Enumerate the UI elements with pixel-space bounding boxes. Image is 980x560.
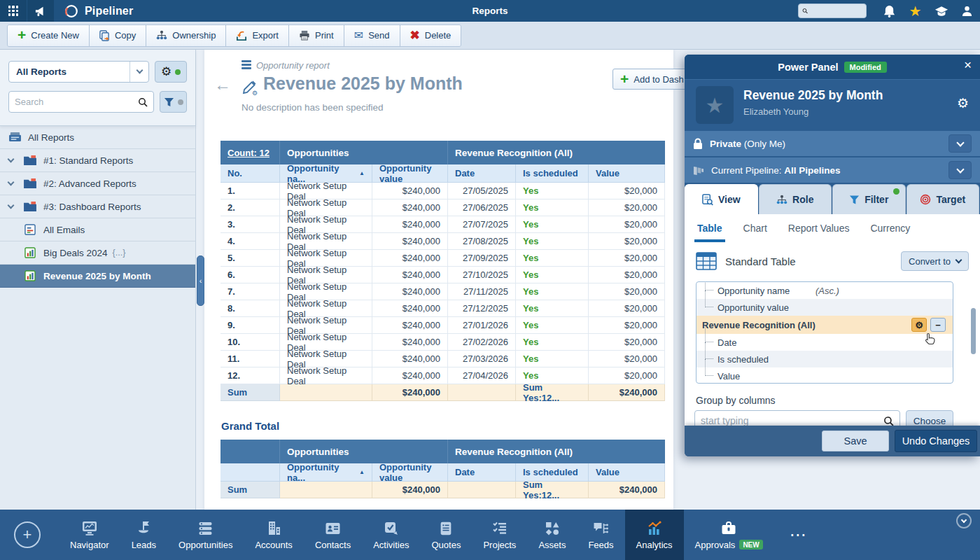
sidebar-item-standard-reports[interactable]: #1: Standard Reports <box>0 149 195 172</box>
count-link[interactable]: Count: 12 <box>227 148 270 158</box>
column-row-value[interactable]: Value <box>696 368 953 384</box>
pipeline-accordion[interactable]: Current Pipeline: All Pipelines <box>685 158 980 183</box>
column-remove-button[interactable]: − <box>930 318 946 332</box>
delete-label: Delete <box>425 30 451 41</box>
notifications-button[interactable] <box>876 0 902 22</box>
cell-date: 27/04/2026 <box>448 368 516 384</box>
save-button[interactable]: Save <box>822 430 889 451</box>
column-row-date[interactable]: Date <box>696 334 953 351</box>
cell-no: 5. <box>220 250 280 267</box>
sidebar-settings-button[interactable]: ⚙ <box>155 61 187 83</box>
nav-leads[interactable]: Leads <box>120 510 167 560</box>
sidebar-item-label: #1: Standard Reports <box>43 155 133 166</box>
collapse-nav-button[interactable] <box>956 513 972 528</box>
nav-approvals[interactable]: ApprovalsNEW <box>684 510 774 560</box>
gear-icon[interactable]: ⚙ <box>957 95 969 111</box>
nav-accounts[interactable]: Accounts <box>244 510 303 560</box>
more-icon[interactable]: ⋯ <box>774 525 823 545</box>
column-row-opportunity-value[interactable]: Opportunity value <box>696 299 953 316</box>
nav-label: Contacts <box>315 540 351 550</box>
nav-navigator[interactable]: Navigator <box>59 510 120 560</box>
folder-icon <box>21 201 39 212</box>
sidebar-item-all-emails[interactable]: All Emails <box>0 218 195 241</box>
back-button[interactable]: ← <box>214 76 231 93</box>
report-filter-select[interactable]: All Reports <box>8 61 149 83</box>
chevron-down-button[interactable] <box>948 161 972 179</box>
user-menu-button[interactable] <box>954 0 980 22</box>
subtab-currency[interactable]: Currency <box>870 214 910 242</box>
nav-feeds[interactable]: Feeds <box>577 510 624 560</box>
sidebar-item-all-reports[interactable]: All Reports <box>0 126 195 149</box>
nav-contacts[interactable]: Contacts <box>304 510 362 560</box>
export-button[interactable]: Export <box>226 25 289 46</box>
export-label: Export <box>252 30 279 41</box>
privacy-accordion[interactable]: Private (Only Me) <box>685 131 980 156</box>
column-row-opportunity-name[interactable]: Opportunity name (Asc.) <box>696 282 953 299</box>
column-row-is-scheduled[interactable]: Is scheduled <box>696 351 953 368</box>
col-header-rec-value[interactable]: Value <box>589 164 665 183</box>
gt-col-empty <box>220 463 280 482</box>
group-by-input[interactable] <box>701 415 883 426</box>
apps-grid-button[interactable] <box>0 0 27 22</box>
global-search-input[interactable] <box>811 7 862 15</box>
column-settings-button[interactable]: ⚙ <box>911 318 927 332</box>
cell-rec-value: $20,000 <box>589 200 665 216</box>
ownership-button[interactable]: Ownership <box>146 25 226 46</box>
send-button[interactable]: ✉ Send <box>344 25 400 46</box>
copy-button[interactable]: Copy <box>90 25 146 46</box>
create-new-button[interactable]: + Create New <box>8 25 90 46</box>
col-header-no[interactable]: No. <box>220 164 280 183</box>
brand-logo[interactable]: Pipeliner <box>64 4 133 19</box>
subtab-chart[interactable]: Chart <box>743 214 767 242</box>
column-row-revenue-recognition[interactable]: Revenue Recognition (All) ⚙ − <box>696 316 953 334</box>
chevron-down-icon[interactable] <box>0 160 21 162</box>
announcements-button[interactable] <box>27 0 54 22</box>
favorite-star-button[interactable]: ★ <box>696 86 734 124</box>
favorites-button[interactable]: ★ <box>902 0 928 22</box>
nav-activities[interactable]: Activities <box>362 510 420 560</box>
cell-date: 27/06/2025 <box>448 200 516 216</box>
chevron-down-icon[interactable] <box>0 183 21 185</box>
col-header-scheduled[interactable]: Is scheduled <box>516 164 589 183</box>
nav-projects[interactable]: Projects <box>472 510 527 560</box>
subtab-report-values[interactable]: Report Values <box>788 214 850 242</box>
undo-changes-button[interactable]: Undo Changes <box>895 430 977 452</box>
sidebar-search-input[interactable] <box>15 97 138 107</box>
sidebar-filter-button[interactable] <box>160 91 187 113</box>
sidebar-item-advanced-reports[interactable]: #2: Advanced Reports <box>0 172 195 195</box>
global-search[interactable] <box>798 4 867 18</box>
nav-assets[interactable]: Assets <box>527 510 577 560</box>
chevron-down-button[interactable] <box>948 134 972 153</box>
sidebar-item-big-deals[interactable]: Big Deals 2024 {...} <box>0 241 195 265</box>
cell-value: $240,000 <box>372 233 448 250</box>
convert-to-label: Convert to <box>909 256 951 267</box>
nav-analytics[interactable]: Analytics <box>625 510 684 560</box>
nav-quotes[interactable]: Quotes <box>420 510 472 560</box>
edit-title-button[interactable]: ⚙ <box>241 78 259 99</box>
cell-rec-value: $20,000 <box>589 233 665 250</box>
col-header-value[interactable]: Opportunity value <box>372 164 448 183</box>
tab-view[interactable]: View <box>685 184 758 214</box>
chevron-down-icon[interactable] <box>0 206 21 208</box>
tab-filter[interactable]: Filter <box>832 184 906 214</box>
power-panel: Power Panel Modified × ★ Revenue 2025 by… <box>685 55 980 456</box>
col-header-date[interactable]: Date <box>448 164 516 183</box>
sidebar-item-revenue-2025[interactable]: Revenue 2025 by Month <box>0 265 195 288</box>
column-label: Opportunity name <box>718 286 790 296</box>
nav-opportunities[interactable]: Opportunities <box>167 510 244 560</box>
delete-button[interactable]: ✖ Delete <box>400 25 461 46</box>
convert-to-button[interactable]: Convert to <box>901 251 969 271</box>
panel-scrollbar-thumb[interactable] <box>971 308 976 354</box>
learning-button[interactable] <box>928 0 954 22</box>
close-icon[interactable]: × <box>964 57 972 73</box>
sum-label-cell: Sum <box>220 384 280 401</box>
tab-target[interactable]: Target <box>906 184 980 214</box>
bell-icon <box>883 5 895 18</box>
print-button[interactable]: Print <box>289 25 344 46</box>
quick-add-button[interactable]: + <box>14 522 41 548</box>
sidebar-search[interactable] <box>8 91 154 113</box>
sidebar-collapse-handle[interactable]: ‹ <box>197 255 204 306</box>
tab-role[interactable]: Role <box>759 184 832 214</box>
sidebar-item-dashboard-reports[interactable]: #3: Dashboard Reports <box>0 195 195 218</box>
subtab-table[interactable]: Table <box>697 214 722 242</box>
